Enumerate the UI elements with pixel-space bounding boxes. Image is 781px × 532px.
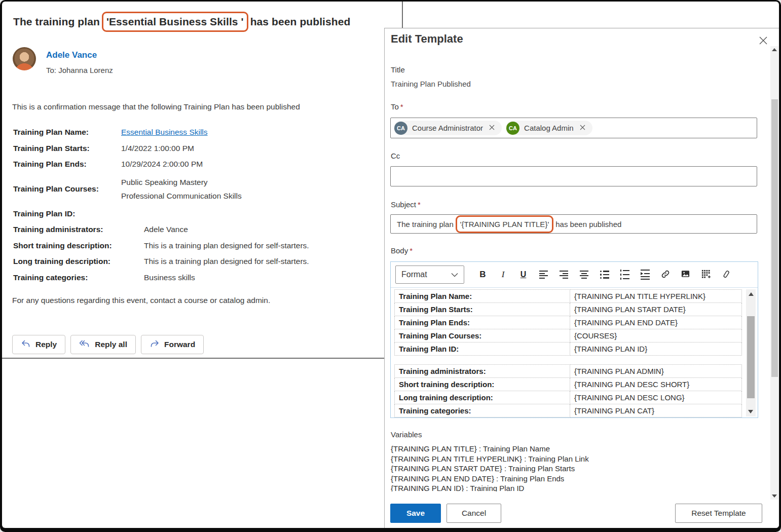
email-subject-suffix: has been published [250, 16, 351, 27]
title-field-value: Training Plan Published [391, 80, 471, 88]
course-line: Public Speaking Mastery [121, 175, 242, 189]
variable-item: {TRAINING PLAN ID} : Training Plan ID [391, 483, 746, 491]
detail-label: Training Plan Name: [13, 127, 121, 137]
body-variable-table-1: Training Plan Name:{TRAINING PLAN TITLE … [394, 289, 742, 356]
subject-suffix: has been published [555, 220, 621, 229]
bold-button[interactable]: B [476, 267, 490, 282]
reply-icon [21, 339, 31, 350]
edit-template-panel: Edit Template Title Training Plan Publis… [384, 28, 779, 528]
body-rich-text-editor[interactable]: Format B I U [390, 261, 758, 418]
cancel-button[interactable]: Cancel [447, 504, 501, 523]
close-button[interactable] [758, 35, 769, 47]
variable-item: {TRAINING PLAN END DATE} : Training Plan… [391, 474, 746, 484]
reply-label: Reply [35, 340, 57, 349]
indent-button[interactable] [638, 267, 652, 282]
sender-name[interactable]: Adele Vance [46, 50, 97, 60]
to-input[interactable]: CA Course Administrator CA Catalog Admin [390, 118, 757, 138]
recipient-chip-catalog-admin[interactable]: CA Catalog Admin [506, 121, 592, 135]
align-center-icon [580, 271, 588, 279]
italic-button[interactable]: I [496, 267, 510, 282]
image-button[interactable] [679, 267, 692, 282]
bullet-list-button[interactable] [598, 267, 611, 282]
format-dropdown[interactable]: Format [395, 265, 464, 284]
detail-label: Long training description: [13, 256, 144, 267]
editor-toolbar: Format B I U [391, 262, 758, 288]
chip-name: Catalog Admin [524, 124, 574, 132]
bullet-list-icon [600, 271, 609, 279]
required-marker: * [400, 102, 403, 111]
mail-action-bar: Reply Reply all Forward [12, 335, 204, 354]
reset-template-button[interactable]: Reset Template [675, 504, 762, 523]
align-right-button[interactable] [557, 267, 571, 282]
title-field-label: Title [391, 65, 405, 74]
bold-icon: B [479, 270, 486, 280]
detail-row-long-desc: Long training description: This is a tra… [13, 256, 378, 267]
table-row: Short training description:{TRAINING PLA… [395, 378, 742, 391]
chevron-down-icon [451, 270, 458, 279]
recipient-line: To: Johanna Lorenz [46, 66, 113, 74]
panel-scrollbar[interactable] [770, 46, 778, 500]
course-line: Professional Communication Skills [121, 189, 242, 203]
reply-all-icon [79, 339, 90, 350]
reading-pane-divider [402, 2, 403, 28]
reply-all-button[interactable]: Reply all [70, 335, 136, 354]
scroll-down-arrow[interactable] [748, 410, 753, 413]
detail-row-admins: Training administrators: Adele Vance [13, 224, 378, 235]
detail-row-id: Training Plan ID: [13, 209, 378, 219]
email-intro-text: This is a confirmation message that the … [12, 102, 300, 111]
scroll-down-arrow[interactable] [772, 495, 777, 498]
scrollbar-thumb[interactable] [747, 316, 755, 398]
numbered-list-button[interactable] [618, 267, 631, 282]
email-subject-highlight-box: 'Essential Business Skills ' [102, 12, 248, 32]
align-center-button[interactable] [577, 267, 591, 282]
scroll-up-arrow[interactable] [749, 292, 754, 296]
underline-button[interactable]: U [516, 267, 530, 282]
training-plan-details: Training Plan Name: Essential Business S… [13, 127, 378, 288]
forward-button[interactable]: Forward [141, 335, 204, 354]
table-row: Training Plan Ends:{TRAINING PLAN END DA… [395, 316, 742, 329]
cc-input[interactable] [390, 166, 757, 186]
remove-icon [489, 124, 495, 132]
link-icon [660, 269, 671, 281]
reply-all-label: Reply all [95, 340, 127, 349]
remove-recipient-button[interactable] [574, 122, 590, 134]
detail-row-categories: Training categories: Business skills [13, 273, 378, 283]
scrollbar-thumb[interactable] [771, 99, 778, 377]
detail-label: Training categories: [13, 273, 144, 283]
editor-scrollbar[interactable] [746, 289, 756, 416]
panel-title: Edit Template [391, 32, 463, 46]
body-variable-table-2: Training administrators:{TRAINING PLAN A… [394, 364, 742, 417]
link-button[interactable] [658, 267, 672, 282]
table-row: Training Plan Starts:{TRAINING PLAN STAR… [395, 303, 742, 316]
subject-variable-highlight-box: '{TRAINING PLAN TITLE}' [456, 215, 554, 233]
table-row: Long training description:{TRAINING PLAN… [395, 391, 742, 404]
detail-row-starts: Training Plan Starts: 1/4/2022 1:00:00 P… [13, 143, 378, 154]
detail-row-ends: Training Plan Ends: 10/29/2024 2:00:00 P… [13, 159, 378, 169]
eraser-button[interactable] [719, 267, 733, 282]
close-icon [758, 40, 768, 47]
remove-icon [580, 124, 585, 132]
table-row: Training Plan Name:{TRAINING PLAN TITLE … [395, 290, 742, 303]
scroll-up-arrow[interactable] [772, 48, 777, 51]
sender-avatar[interactable] [13, 47, 36, 70]
required-marker: * [410, 246, 413, 255]
detail-row-name: Training Plan Name: Essential Business S… [13, 127, 378, 137]
remove-recipient-button[interactable] [483, 122, 500, 134]
detail-label: Training administrators: [13, 224, 144, 235]
recipient-chip-course-administrator[interactable]: CA Course Administrator [394, 121, 502, 135]
insert-table-button[interactable] [699, 267, 713, 282]
app-window: The training plan'Essential Business Ski… [2, 2, 779, 528]
detail-value: Adele Vance [144, 224, 188, 235]
editor-body-area[interactable]: Training Plan Name:{TRAINING PLAN TITLE … [391, 288, 758, 418]
save-button[interactable]: Save [390, 504, 441, 523]
reply-button[interactable]: Reply [12, 335, 65, 354]
training-plan-link[interactable]: Essential Business Skills [121, 128, 208, 136]
detail-value: 1/4/2022 1:00:00 PM [121, 143, 194, 154]
align-left-button[interactable] [537, 267, 550, 282]
subject-input[interactable]: The training plan'{TRAINING PLAN TITLE}'… [390, 214, 757, 234]
italic-icon: I [502, 270, 505, 280]
detail-value: This is a training plan designed for sel… [144, 241, 309, 251]
variables-label: Variables [391, 430, 422, 439]
image-icon [681, 269, 690, 280]
variables-list: {TRAINING PLAN TITLE} : Training Plan Na… [391, 444, 746, 491]
